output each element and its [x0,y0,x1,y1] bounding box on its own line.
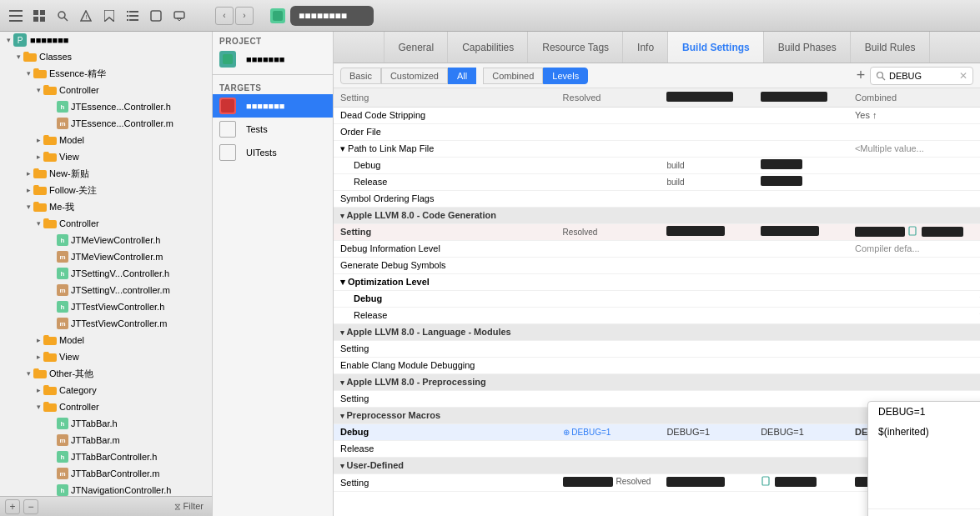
list-icon[interactable] [123,7,142,25]
remove-file-button[interactable]: − [23,499,38,514]
tree-item[interactable]: Controller [0,82,212,98]
tree-label: View [59,152,79,162]
combined-val [848,157,973,173]
tab-resource-tags[interactable]: Resource Tags [528,32,623,63]
dropdown-item-debug[interactable]: DEBUG=1 [868,402,980,422]
nav-forward-button[interactable]: › [235,7,254,25]
tree-item[interactable]: m JTEssence...Controller.m [0,115,212,132]
tree-item[interactable]: m JTSettingV...controller.m [0,282,212,298]
tree-item[interactable]: h JTEssence...Controller.h [0,98,212,115]
dropdown-add-button[interactable]: + [875,513,892,516]
project-item[interactable]: ■■■■■■■ [213,48,333,71]
val3 [754,240,848,257]
search-input[interactable] [889,71,956,81]
tree-item[interactable]: h JTTestViewController.h [0,298,212,315]
ios-default-val: build/.build/ [973,140,980,157]
tag-icon[interactable] [147,7,165,25]
filter-button[interactable]: ⧖ Filter [171,501,208,512]
resolved-val [556,173,661,190]
ios-default-val [973,123,980,140]
tree-item[interactable]: Category [0,382,212,398]
val3 [754,257,848,273]
resolved-val: Resolved [556,473,661,491]
sub-tab-basic[interactable]: Basic [340,68,381,84]
comment-icon[interactable] [170,7,188,25]
sub-tab-combined[interactable]: Combined [483,68,543,84]
add-file-button[interactable]: + [5,499,20,514]
ios-default-val: Yes ↑ [973,107,980,123]
tab-capabilities[interactable]: Capabilities [448,32,528,63]
search-icon[interactable] [53,7,72,25]
tests-target-icon [219,121,236,138]
bookmark-icon[interactable] [100,7,118,25]
val2 [660,357,754,373]
table-row: Order File [334,123,980,140]
tree-item[interactable]: h JTTabBar.h [0,415,212,432]
tree-label: JTSettingV...controller.m [71,285,170,295]
tree-item[interactable]: m JTTabBar.m [0,432,212,448]
nav-back-button[interactable]: ‹ [215,7,234,25]
dropdown-remove-button[interactable]: − [895,513,912,516]
add-setting-button[interactable]: + [852,67,870,85]
tab-build-phases[interactable]: Build Phases [764,32,851,63]
folder-icon [33,68,47,78]
settings-sub-tabs: Basic Customized All Combined Levels + ✕ [334,63,980,88]
search-clear-button[interactable]: ✕ [959,70,967,82]
tree-arrow [23,69,33,78]
scheme-selector[interactable]: ■■■■■■■■ [290,6,374,26]
tree-item[interactable]: View [0,348,212,365]
tab-build-rules[interactable]: Build Rules [851,32,930,63]
folder-icon [43,135,57,145]
warning-icon[interactable]: ! [77,7,95,25]
target-uitests-item[interactable]: UITests [213,141,333,164]
sidebar-toggle-icon[interactable] [7,7,25,25]
target-main-item[interactable]: ■■■■■■■ [213,94,333,118]
setting-name: ▾ Path to Link Map File [334,140,556,157]
sub-tab-customized[interactable]: Customized [381,68,448,84]
tree-item[interactable]: Controller [0,215,212,232]
tree-item[interactable]: h JTTabBarController.h [0,448,212,465]
tree-item[interactable]: m JTMeViewController.m [0,248,212,265]
tree-item[interactable]: m JTTabBarController.m [0,465,212,482]
tree-item[interactable]: h JTSettingV...Controller.h [0,265,212,282]
tree-item[interactable]: Model [0,132,212,148]
tab-general[interactable]: General [384,32,448,63]
tree-item[interactable]: Essence-精华 [0,65,212,82]
col-resolved: Resolved [556,88,661,107]
tree-item[interactable]: h JTNavigationController.h [0,482,212,496]
folder-icon [43,152,57,162]
tab-info[interactable]: Info [623,32,668,63]
dropdown-item-inherited[interactable]: $(inherited) [868,422,980,442]
tree-project-root[interactable]: P ■■■■■■■ [0,32,212,48]
table-row: ▾ Path to Link Map File <Multiple value.… [334,140,980,157]
tree-item[interactable]: View [0,148,212,165]
table-row: Release fastest, Sma... [334,307,980,323]
setting-name: Setting [334,390,556,407]
sub-tab-levels[interactable]: Levels [543,68,588,84]
tree-item[interactable]: h JTMeViewController.h [0,232,212,248]
target-tests-item[interactable]: Tests [213,118,333,141]
targets-section-label: TARGETS [213,78,333,94]
tree-item[interactable]: Other-其他 [0,365,212,382]
tab-build-settings[interactable]: Build Settings [668,32,764,63]
nav-buttons: ‹ › [215,7,254,25]
section-header-lang: Apple LLVM 8.0 - Language - Modules [334,323,980,340]
tree-item[interactable]: Model [0,332,212,348]
tree-item[interactable]: New-新贴 [0,165,212,182]
tree-item[interactable]: Me-我 [0,198,212,215]
val3 [754,123,848,140]
tree-item[interactable]: Follow-关注 [0,182,212,198]
tree-item[interactable]: Classes [0,48,212,65]
ios-default-val [973,190,980,207]
grid-icon[interactable] [30,7,48,25]
sub-tab-all[interactable]: All [448,68,476,84]
val2 [660,273,754,290]
header-file-icon: h [57,418,68,429]
svg-rect-15 [127,15,128,17]
project-name: ■■■■■■■ [246,54,285,64]
table-row: Setting iOS Defa... [334,340,980,357]
tree-item[interactable]: m JTTestViewController.m [0,315,212,332]
impl-file-icon: m [57,251,68,263]
tree-item[interactable]: Controller [0,398,212,415]
val3 [754,290,848,307]
